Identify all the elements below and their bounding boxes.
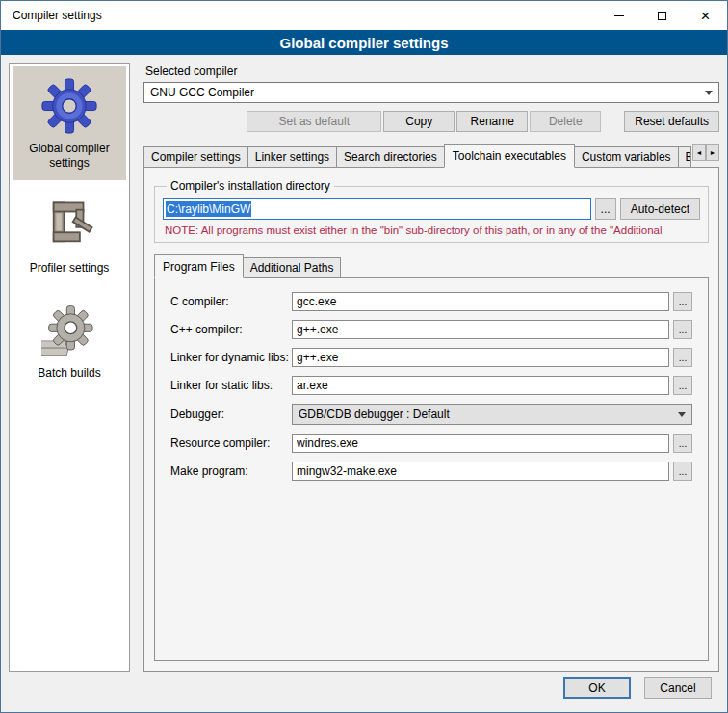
debugger-label: Debugger:	[170, 408, 292, 421]
c-compiler-row: C compiler: ...	[170, 292, 692, 311]
copy-button[interactable]: Copy	[383, 111, 455, 132]
sidebar-item-global-compiler-settings[interactable]: Global compiler settings	[13, 66, 126, 180]
static-linker-label: Linker for static libs:	[170, 379, 292, 392]
compiler-actions: Set as default Copy Rename Delete Reset …	[143, 111, 719, 132]
installation-directory-group: Compiler's installation directory C:\ray…	[154, 179, 709, 243]
titlebar: Compiler settings	[1, 1, 727, 30]
toolchain-executables-page: Compiler's installation directory C:\ray…	[143, 167, 719, 672]
selected-compiler-label: Selected compiler	[145, 65, 719, 78]
resource-compiler-row: Resource compiler: ...	[170, 434, 692, 453]
make-program-row: Make program: ...	[170, 462, 692, 481]
cpp-compiler-browse-button[interactable]: ...	[673, 320, 692, 339]
dynamic-linker-input[interactable]	[292, 348, 669, 367]
close-icon	[701, 8, 711, 24]
auto-detect-button[interactable]: Auto-detect	[620, 198, 700, 220]
tab-custom-variables[interactable]: Custom variables	[574, 146, 679, 168]
maximize-button[interactable]	[640, 1, 684, 30]
make-program-input[interactable]	[292, 462, 669, 481]
tab-toolchain-executables[interactable]: Toolchain executables	[444, 144, 575, 168]
window-controls	[597, 1, 727, 30]
resource-compiler-label: Resource compiler:	[170, 436, 292, 450]
selected-compiler-value: GNU GCC Compiler	[150, 86, 699, 99]
c-compiler-label: C compiler:	[170, 295, 292, 308]
chevron-down-icon	[678, 412, 686, 417]
installation-directory-row: C:\raylib\MinGW ... Auto-detect	[163, 198, 700, 220]
c-compiler-browse-button[interactable]: ...	[673, 292, 692, 311]
make-program-browse-button[interactable]: ...	[673, 462, 692, 481]
sidebar-item-label: Profiler settings	[16, 261, 122, 276]
maximize-icon	[658, 12, 666, 20]
dynamic-linker-label: Linker for dynamic libs:	[170, 351, 292, 364]
window-title: Compiler settings	[1, 9, 102, 22]
blue-gear-icon	[41, 78, 97, 134]
installation-directory-browse-button[interactable]: ...	[595, 198, 616, 220]
settings-sidebar: Global compiler settings	[9, 63, 130, 672]
dynamic-linker-row: Linker for dynamic libs: ...	[170, 348, 692, 367]
dialog-content: Global compiler settings	[1, 55, 727, 672]
delete-button[interactable]: Delete	[530, 111, 601, 132]
cpp-compiler-input[interactable]	[292, 320, 669, 339]
debugger-value: GDB/CDB debugger : Default	[299, 408, 672, 421]
clamp-icon	[41, 198, 97, 253]
resource-compiler-input[interactable]	[292, 434, 669, 453]
note-text: NOTE: All programs must exist either in …	[165, 224, 700, 236]
cpp-compiler-label: C++ compiler:	[170, 323, 292, 336]
make-program-label: Make program:	[170, 464, 292, 478]
dialog-footer: OK Cancel	[1, 672, 727, 712]
tab-scroll-left-button[interactable]	[692, 144, 706, 161]
debugger-select[interactable]: GDB/CDB debugger : Default	[292, 404, 692, 425]
compiler-settings-dialog: Compiler settings Global compiler settin…	[0, 0, 728, 713]
rename-button[interactable]: Rename	[456, 111, 528, 132]
installation-directory-value: C:\raylib\MinGW	[166, 201, 251, 217]
tab-scroll-right-button[interactable]	[706, 144, 719, 161]
reset-defaults-button[interactable]: Reset defaults	[624, 111, 719, 132]
gray-gear-icon	[41, 303, 97, 358]
sidebar-item-profiler-settings[interactable]: Profiler settings	[13, 186, 126, 285]
sidebar-item-label: Batch builds	[16, 366, 122, 381]
tab-scroll-buttons	[690, 144, 719, 161]
close-button[interactable]	[684, 1, 727, 30]
installation-directory-input[interactable]: C:\raylib\MinGW	[163, 198, 591, 220]
selected-compiler-dropdown[interactable]: GNU GCC Compiler	[143, 82, 719, 103]
tab-additional-paths[interactable]: Additional Paths	[243, 257, 342, 278]
cpp-compiler-row: C++ compiler: ...	[170, 320, 692, 339]
left-arrow-icon	[696, 149, 703, 156]
page-title: Global compiler settings	[1, 30, 727, 55]
program-files-tabstrip: Program Files Additional Paths	[154, 254, 709, 278]
installation-directory-legend: Compiler's installation directory	[167, 179, 334, 193]
program-files-page: C compiler: ... C++ compiler: ... Linker…	[154, 277, 709, 661]
sidebar-item-label: Global compiler settings	[16, 142, 122, 171]
static-linker-browse-button[interactable]: ...	[673, 376, 692, 395]
static-linker-row: Linker for static libs: ...	[170, 376, 692, 395]
right-arrow-icon	[710, 149, 716, 156]
static-linker-input[interactable]	[292, 376, 669, 395]
debugger-row: Debugger: GDB/CDB debugger : Default	[170, 404, 692, 425]
minimize-button[interactable]	[597, 1, 640, 30]
settings-tabstrip: Compiler settings Linker settings Search…	[143, 144, 719, 168]
tab-search-directories[interactable]: Search directories	[336, 146, 445, 168]
tab-build-options[interactable]: Build	[678, 146, 691, 168]
chevron-down-icon	[705, 91, 713, 95]
resource-compiler-browse-button[interactable]: ...	[673, 434, 692, 453]
main-panel: Selected compiler GNU GCC Compiler Set a…	[142, 63, 719, 672]
tab-program-files[interactable]: Program Files	[154, 254, 244, 278]
set-as-default-button[interactable]: Set as default	[247, 111, 381, 132]
ok-button[interactable]: OK	[563, 677, 631, 699]
tab-linker-settings[interactable]: Linker settings	[247, 146, 337, 168]
tab-compiler-settings[interactable]: Compiler settings	[143, 146, 248, 168]
cancel-button[interactable]: Cancel	[644, 677, 712, 699]
sidebar-item-batch-builds[interactable]: Batch builds	[13, 291, 126, 390]
minimize-icon	[614, 15, 624, 16]
c-compiler-input[interactable]	[292, 292, 669, 311]
dynamic-linker-browse-button[interactable]: ...	[673, 348, 692, 367]
